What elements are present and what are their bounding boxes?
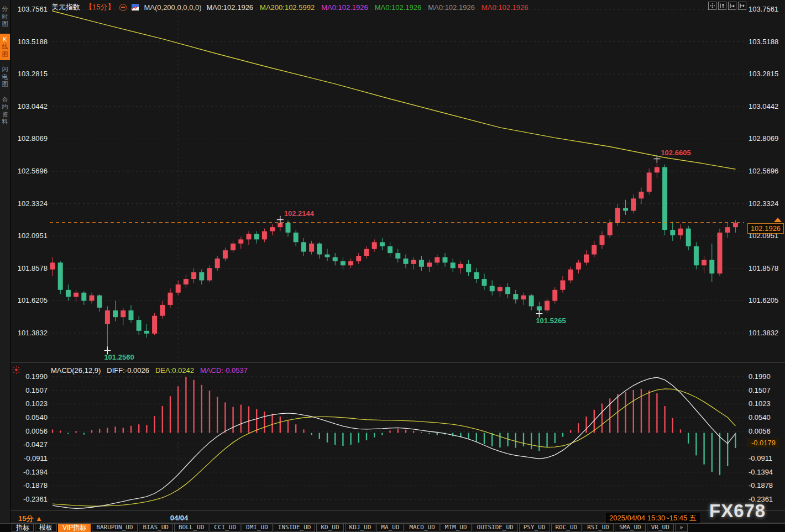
indicator-tab-VIP指标[interactable]: VIP指标: [58, 524, 91, 532]
axis-tick-label: -0.1394: [749, 468, 785, 477]
indicator-tab-DMI_UD[interactable]: DMI_UD: [242, 524, 273, 532]
sidebar-item-2[interactable]: 闪电图: [0, 64, 10, 91]
app-root: 分时图K线图闪电图合约资料 美元指数【15分】 MA(0,200,0,0,0,0…: [0, 0, 785, 532]
up-triangle-icon: ▲: [35, 514, 43, 523]
macd-macd-value: MACD:-0.0537: [200, 366, 248, 375]
bottom-tab-bar: 指标模板VIP指标BARUPDN_UDBIAS_UDBOLL_UDCCI_UDD…: [0, 523, 785, 532]
zoom-in-icon[interactable]: [718, 2, 726, 10]
price-annotation: 101.5265: [536, 317, 566, 325]
crosshair-icon[interactable]: [708, 2, 716, 10]
ma-value-label: MA0:102.1926: [321, 3, 368, 12]
indicator-tab-指标[interactable]: 指标: [12, 524, 34, 532]
macd-y-axis-left: 0.19900.15070.10230.05400.0056-0.0427-0.…: [9, 0, 48, 532]
axis-tick-label: -0.0911: [749, 454, 785, 463]
indicator-tab-KDJ_UD[interactable]: KDJ_UD: [345, 524, 376, 532]
gridlines: [48, 9, 747, 509]
chart-canvas[interactable]: [0, 0, 785, 532]
axis-tick-label: -0.1394: [9, 468, 48, 477]
indicator-tab-BIAS_UD[interactable]: BIAS_UD: [139, 524, 173, 532]
ma-value-label: MA0:102.1926: [375, 3, 422, 12]
more-tabs-button[interactable]: »: [675, 524, 688, 532]
macd-current-tag: -0.0179: [747, 439, 779, 447]
period-label: 【15分】: [85, 2, 114, 12]
mini-chart-icon[interactable]: [132, 4, 139, 10]
panel-dividers: [11, 363, 785, 523]
timeframe-label[interactable]: 15分 ▲: [18, 514, 43, 524]
indicator-tab-BARUPDN_UD[interactable]: BARUPDN_UD: [92, 524, 137, 532]
chart-header: 美元指数【15分】 MA(0,200,0,0,0,0) MA0:102.1926…: [51, 2, 528, 12]
current-price-tag: 102.1926: [747, 223, 784, 234]
price-annotation: 102.2144: [284, 209, 314, 218]
watermark: FX678: [709, 501, 766, 522]
axis-tick-label: -0.1878: [9, 481, 48, 490]
price-annotation: 101.2560: [104, 353, 134, 361]
minus-circle-icon[interactable]: [119, 4, 127, 11]
axis-tick-label: 0.0056: [9, 427, 48, 436]
indicator-tab-RSI_UD[interactable]: RSI_UD: [583, 524, 614, 532]
candlestick-series: [50, 159, 738, 351]
macd-header: MACD(26,12,9) DIFF:-0.0026 DEA:0.0242 MA…: [51, 366, 248, 375]
session-time-label: 2025/04/04 15:30~15:45 五: [606, 513, 700, 524]
date-axis-label: 04/04: [164, 514, 195, 522]
indicator-tab-MTM_UD[interactable]: MTM_UD: [441, 524, 472, 532]
indicator-tab-VR_UD[interactable]: VR_UD: [647, 524, 674, 532]
axis-tick-label: 0.0540: [9, 413, 48, 422]
ma-value-label: MA0:102.1926: [428, 3, 475, 12]
zoom-out-icon[interactable]: [728, 2, 736, 10]
ma-value-label: MA200:102.5992: [260, 3, 315, 12]
sidebar-item-3[interactable]: 合约资料: [0, 94, 10, 128]
ma-values: MA0:102.1926MA200:102.5992MA0:102.1926MA…: [207, 3, 528, 12]
macd-y-axis-right: 0.19900.15070.10230.05400.0056-0.0911-0.…: [749, 0, 785, 532]
price-annotation: 102.6605: [661, 149, 690, 157]
sidebar-item-0[interactable]: 分时图: [0, 3, 10, 30]
symbol-name: 美元指数: [51, 2, 80, 12]
ma200-line: [53, 11, 735, 169]
axis-tick-label: -0.2361: [9, 495, 48, 504]
indicator-settings-icon[interactable]: [12, 365, 21, 377]
indicator-tab-ROC_UD[interactable]: ROC_UD: [551, 524, 582, 532]
indicator-tab-MACD_UD[interactable]: MACD_UD: [405, 524, 439, 532]
indicator-tab-MA_UD[interactable]: MA_UD: [376, 524, 404, 532]
axis-tick-label: -0.0427: [9, 440, 48, 449]
indicator-tab-INSIDE_UD[interactable]: INSIDE_UD: [274, 524, 316, 532]
axis-tick-label: 0.1507: [9, 386, 48, 395]
pan-right-icon[interactable]: [738, 2, 746, 10]
ma-value-label: MA0:102.1926: [482, 3, 528, 12]
macd-diff-value: DIFF:-0.0026: [107, 366, 149, 375]
axis-tick-label: 0.1023: [749, 399, 785, 408]
axis-tick-label: 0.1023: [9, 399, 48, 408]
macd-histogram: [53, 377, 735, 475]
current-price-line: [50, 218, 782, 223]
axis-tick-label: 0.1507: [749, 386, 785, 395]
macd-dea-value: DEA:0.0242: [155, 366, 194, 375]
axis-tick-label: 0.0540: [749, 413, 785, 422]
indicator-tab-模板[interactable]: 模板: [35, 524, 57, 532]
indicator-tab-BOLL_UD[interactable]: BOLL_UD: [174, 524, 208, 532]
left-sidebar: 分时图K线图闪电图合约资料: [0, 0, 11, 532]
sidebar-item-1[interactable]: K线图: [0, 34, 10, 61]
axis-tick-label: -0.1878: [749, 481, 785, 490]
indicator-tab-SMA_UD[interactable]: SMA_UD: [615, 524, 646, 532]
indicator-tab-KD_UD[interactable]: KD_UD: [316, 524, 343, 532]
x-axis-strip: 15分 ▲ 04/04 2025/04/04 15:30~15:45 五: [0, 511, 785, 523]
indicator-tab-PSY_UD[interactable]: PSY_UD: [519, 524, 550, 532]
extreme-cross-markers: [104, 155, 660, 355]
ma-value-label: MA0:102.1926: [207, 3, 254, 12]
chart-tool-icons: [708, 2, 746, 10]
indicator-tab-OUTSIDE_UD[interactable]: OUTSIDE_UD: [473, 524, 518, 532]
ma-formula: MA(0,200,0,0,0,0): [144, 3, 201, 12]
axis-tick-label: -0.0911: [9, 454, 48, 463]
macd-formula: MACD(26,12,9): [51, 366, 101, 375]
axis-tick-label: 0.0056: [749, 427, 785, 436]
axis-tick-label: 0.1990: [749, 372, 785, 381]
indicator-tab-CCI_UD[interactable]: CCI_UD: [210, 524, 240, 532]
